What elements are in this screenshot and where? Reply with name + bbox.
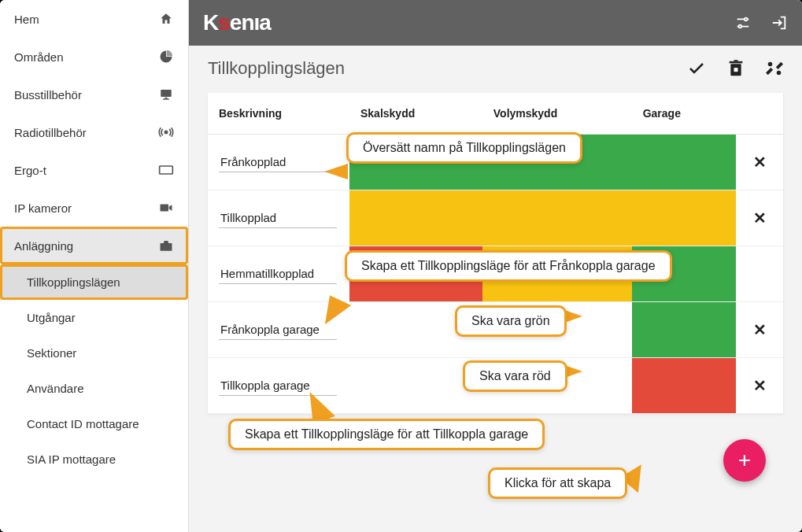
description-input[interactable]: Frånkopplad (219, 152, 337, 172)
home-icon (158, 11, 174, 27)
sub-item-siaip[interactable]: SIA IP mottagare (0, 441, 188, 477)
th-garage: Garage (632, 93, 736, 135)
remove-row-icon[interactable]: ✕ (753, 153, 767, 171)
sidebar-item-radio[interactable]: Radiotillbehör (0, 113, 188, 151)
color-cell[interactable] (632, 358, 736, 414)
color-cell[interactable] (349, 190, 482, 246)
description-input[interactable]: Frånkoppla garage (219, 320, 337, 340)
callout-translate: Översätt namn på Tillkopplingslägen (346, 132, 582, 164)
remove-row-icon[interactable]: ✕ (753, 321, 767, 338)
sidebar-item-cameras[interactable]: IP kameror (0, 189, 188, 227)
main-panel: Ksenıa Tillkopplingslägen (189, 0, 802, 532)
color-cell[interactable] (632, 190, 736, 246)
camera-icon (158, 200, 174, 216)
th-volume: Volymskydd (482, 93, 632, 135)
cell-description: Hemmatillkopplad (208, 246, 349, 302)
delete-icon[interactable] (728, 60, 744, 77)
color-block-green (632, 302, 736, 357)
color-block-green (632, 135, 736, 190)
th-actions (736, 93, 783, 135)
svg-rect-1 (165, 98, 168, 99)
page-header: Tillkopplingslägen (189, 46, 802, 79)
sidebar-item-label: IP kameror (14, 201, 158, 215)
svg-rect-5 (161, 205, 169, 212)
svg-rect-12 (734, 68, 738, 72)
check-icon[interactable] (687, 59, 706, 78)
sidebar-submenu: Tillkopplingslägen Utgångar Sektioner An… (0, 264, 188, 477)
sidebar: Hem Områden Busstillbehör Radiotillbehör… (0, 0, 189, 532)
sidebar-item-label: Områden (14, 50, 158, 64)
callout-click-create: Klicka för att skapa (488, 467, 627, 499)
svg-point-7 (745, 18, 748, 21)
svg-rect-11 (734, 60, 738, 61)
pie-icon (158, 49, 174, 65)
plus-icon: + (738, 448, 751, 473)
color-cell[interactable] (482, 190, 632, 246)
settings-icon[interactable] (734, 14, 752, 31)
color-block-yellow (349, 190, 482, 246)
description-input[interactable]: Tillkopplad (219, 208, 337, 228)
sidebar-item-label: Hem (14, 13, 158, 26)
svg-point-13 (768, 62, 773, 67)
color-block-yellow (482, 190, 632, 246)
cell-action (736, 246, 783, 302)
briefcase-icon (158, 238, 174, 253)
svg-point-8 (739, 25, 742, 28)
sidebar-item-ergot[interactable]: Ergo-t (0, 151, 188, 189)
logout-icon[interactable] (771, 14, 788, 31)
color-cell[interactable] (632, 135, 736, 190)
logo: Ksenıa (203, 10, 271, 35)
callout-create-arm: Skapa ett Tillkopplingsläge för att Till… (228, 419, 545, 450)
sidebar-item-label: Radiotillbehör (14, 126, 158, 139)
description-input[interactable]: Hemmatillkopplad (219, 264, 337, 284)
cell-action: ✕ (736, 302, 783, 358)
sidebar-item-bus[interactable]: Busstillbehör (0, 76, 188, 113)
remove-row-icon[interactable]: ✕ (753, 209, 767, 227)
topbar: Ksenıa (189, 0, 802, 46)
sidebar-item-home[interactable]: Hem (0, 0, 188, 38)
table-row: Tillkopplad✕ (208, 190, 783, 246)
cell-description: Tillkopplad (208, 190, 349, 246)
callout-red: Ska vara röd (463, 360, 567, 392)
svg-rect-2 (163, 98, 169, 100)
sub-item-users[interactable]: Användare (0, 371, 188, 406)
cell-action: ✕ (736, 358, 783, 414)
callout-green: Ska vara grön (455, 305, 567, 337)
color-cell[interactable] (632, 302, 736, 358)
radio-icon (158, 124, 174, 140)
sidebar-item-label: Busstillbehör (14, 88, 158, 102)
sidebar-item-label: Anläggning (14, 239, 158, 253)
sidebar-item-label: Ergo-t (14, 164, 158, 177)
tools-icon[interactable] (766, 60, 783, 77)
svg-rect-4 (160, 166, 173, 174)
sidebar-item-installation[interactable]: Anläggning (0, 227, 188, 264)
monitor-icon (158, 87, 174, 102)
svg-point-14 (777, 71, 782, 76)
th-shell: Skalskydd (349, 93, 482, 135)
th-description: Beskrivning (208, 93, 349, 135)
cell-action: ✕ (736, 190, 783, 246)
page-title: Tillkopplingslägen (208, 58, 345, 79)
svg-rect-0 (161, 90, 172, 97)
sub-item-arming-modes[interactable]: Tillkopplingslägen (0, 264, 188, 300)
callout-create-disarm: Skapa ett Tillkopplingsläge för att Från… (345, 250, 672, 282)
fab-add[interactable]: + (723, 439, 766, 482)
cell-description: Frånkopplad (208, 135, 349, 190)
svg-point-3 (164, 131, 167, 133)
sidebar-item-areas[interactable]: Områden (0, 38, 188, 76)
svg-rect-10 (730, 61, 743, 64)
sub-item-sections[interactable]: Sektioner (0, 335, 188, 371)
sub-item-outputs[interactable]: Utgångar (0, 300, 188, 335)
color-block-red (632, 358, 736, 413)
content-area: Beskrivning Skalskydd Volymskydd Garage … (189, 79, 802, 428)
svg-rect-6 (161, 243, 172, 251)
sub-item-contactid[interactable]: Contact ID mottagare (0, 406, 188, 441)
remove-row-icon[interactable]: ✕ (753, 377, 767, 394)
cell-action: ✕ (736, 135, 783, 190)
rect-icon (158, 162, 174, 178)
color-block-yellow (632, 190, 736, 246)
